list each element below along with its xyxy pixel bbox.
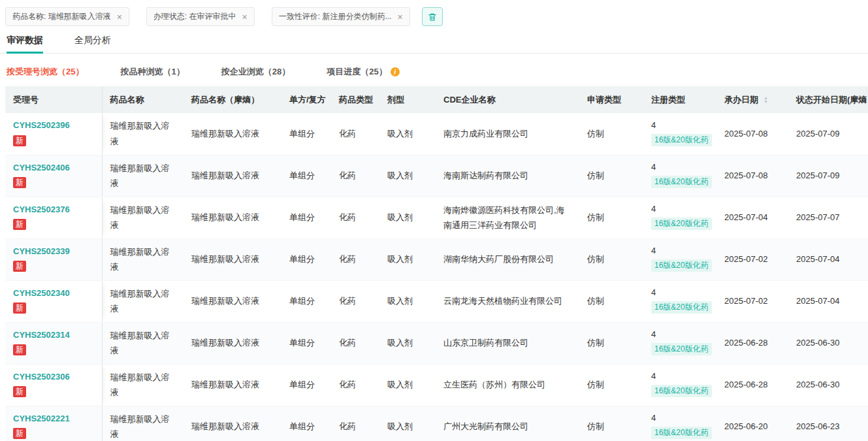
drug-type-cell: 化药 <box>331 322 379 364</box>
column-header: 药品类型 <box>331 86 379 113</box>
apply-type-cell: 仿制 <box>579 238 643 280</box>
clear-filters-button[interactable] <box>422 7 443 26</box>
mono-compound-cell: 单组分 <box>281 364 331 406</box>
apply-type-cell: 仿制 <box>579 364 643 406</box>
drug-name-cell: 瑞维那新吸入溶液 <box>102 364 184 406</box>
dosage-form-cell: 吸入剂 <box>379 197 436 238</box>
column-header-label: 药品名称（摩熵） <box>191 95 259 105</box>
dosage-form-cell: 吸入剂 <box>379 364 436 406</box>
acceptance-no-link[interactable]: CYHS2502314 <box>13 329 94 341</box>
reg-type-cell: 416版&20版化药 <box>643 280 716 322</box>
apply-type-cell: 仿制 <box>579 197 643 238</box>
company-cell: 湖南华纳大药厂股份有限公司 <box>436 238 579 280</box>
acceptance-no-link[interactable]: CYHS2502221 <box>13 413 94 425</box>
column-header: 状态开始日期(摩熵 <box>788 86 868 113</box>
column-header: 剂型 <box>379 86 436 113</box>
column-header[interactable]: 承办日期▲▼ <box>716 86 788 113</box>
drug-name-cell: 瑞维那新吸入溶液 <box>102 280 184 322</box>
column-header: 药品名称（摩熵） <box>184 86 281 113</box>
company-cell: 海南斯达制药有限公司 <box>436 155 579 197</box>
apply-type-cell: 仿制 <box>579 155 643 197</box>
drug-type-cell: 化药 <box>331 155 379 197</box>
drug-name-cell: 瑞维那新吸入溶液 <box>102 238 184 280</box>
reg-type-badge: 16版&20版化药 <box>651 176 712 188</box>
apply-type-cell: 仿制 <box>579 406 643 441</box>
column-header: 申请类型 <box>579 86 643 113</box>
dosage-form-cell: 吸入剂 <box>379 113 436 155</box>
mono-compound-cell: 单组分 <box>281 322 331 364</box>
mono-compound-cell: 单组分 <box>281 113 331 155</box>
reg-type-badge: 16版&20版化药 <box>651 259 712 272</box>
status-start-date-cell: 2025-07-04 <box>788 238 868 280</box>
browse-tab-variety[interactable]: 按品种浏览（1） <box>120 66 184 78</box>
company-cell: 立生医药（苏州）有限公司 <box>436 364 579 406</box>
tab-global-analysis[interactable]: 全局分析 <box>74 31 111 53</box>
new-badge: 新 <box>13 135 26 147</box>
column-header-label: 申请类型 <box>587 95 621 105</box>
reg-type-badge: 16版&20版化药 <box>651 301 712 314</box>
accept-date-cell: 2025-07-08 <box>716 155 788 197</box>
sort-icon[interactable]: ▲▼ <box>764 96 768 104</box>
acceptance-no-link[interactable]: CYHS2502340 <box>13 287 94 299</box>
new-badge: 新 <box>13 428 26 440</box>
close-icon[interactable]: × <box>397 12 402 22</box>
reg-type-cell: 416版&20版化药 <box>643 364 716 406</box>
company-cell: 广州大光制药有限公司 <box>436 406 579 441</box>
browse-tab-acceptance-no[interactable]: 按受理号浏览（25） <box>7 66 84 78</box>
acceptance-no-link[interactable]: CYHS2502396 <box>13 120 94 131</box>
close-icon[interactable]: × <box>242 12 248 22</box>
apply-type-cell: 仿制 <box>579 113 643 155</box>
drug-name-cell: 瑞维那新吸入溶液 <box>102 155 184 197</box>
acceptance-no-link[interactable]: CYHS2502376 <box>13 204 94 216</box>
browse-tab-label: 按受理号浏览（25） <box>7 66 84 78</box>
column-header: CDE企业名称 <box>436 86 579 113</box>
column-header-label: 药品类型 <box>339 95 373 105</box>
accept-date-cell: 2025-06-28 <box>716 364 788 406</box>
review-table: 受理号药品名称药品名称（摩熵）单方/复方药品类型剂型CDE企业名称申请类型注册类… <box>5 86 868 441</box>
drug-type-cell: 化药 <box>331 113 379 155</box>
acceptance-no-link[interactable]: CYHS2502339 <box>13 246 94 257</box>
table-body: CYHS2502396新瑞维那新吸入溶液瑞维那新吸入溶液单组分化药吸入剂南京力成… <box>5 113 868 441</box>
filter-tag-label: 药品名称: 瑞维那新吸入溶液 <box>12 11 111 22</box>
company-cell: 山东京卫制药有限公司 <box>436 322 579 364</box>
tab-review-data[interactable]: 审评数据 <box>7 31 43 53</box>
browse-tab-project-progress[interactable]: 项目进度（25） i <box>327 66 399 78</box>
dosage-form-cell: 吸入剂 <box>379 155 436 197</box>
accept-date-cell: 2025-06-20 <box>716 406 788 441</box>
reg-type-badge: 16版&20版化药 <box>651 218 712 230</box>
mono-compound-cell: 单组分 <box>281 238 331 280</box>
column-header-label: 受理号 <box>13 95 39 105</box>
drug-name-moxiang-cell: 瑞维那新吸入溶液 <box>184 406 281 441</box>
acceptance-cell: CYHS2502314新 <box>5 322 102 364</box>
reg-type-badge: 16版&20版化药 <box>651 134 712 146</box>
acceptance-no-link[interactable]: CYHS2502406 <box>13 162 94 174</box>
dosage-form-cell: 吸入剂 <box>379 406 436 441</box>
accept-date-cell: 2025-07-02 <box>716 238 788 280</box>
drug-name-moxiang-cell: 瑞维那新吸入溶液 <box>184 364 281 406</box>
new-badge: 新 <box>13 386 26 398</box>
drug-type-cell: 化药 <box>331 280 379 322</box>
browse-tab-label: 按品种浏览（1） <box>120 66 184 78</box>
company-cell: 南京力成药业有限公司 <box>436 113 579 155</box>
browse-tab-bar: 按受理号浏览（25） 按品种浏览（1） 按企业浏览（28） 项目进度（25） i <box>0 54 868 86</box>
column-header-label: 状态开始日期(摩熵 <box>796 95 867 105</box>
table-row: CYHS2502406新瑞维那新吸入溶液瑞维那新吸入溶液单组分化药吸入剂海南斯达… <box>5 155 868 197</box>
drug-name-moxiang-cell: 瑞维那新吸入溶液 <box>184 280 281 322</box>
reg-type-badge: 16版&20版化药 <box>651 427 712 439</box>
browse-tab-company[interactable]: 按企业浏览（28） <box>221 66 290 78</box>
acceptance-no-link[interactable]: CYHS2502306 <box>13 371 94 383</box>
info-icon[interactable]: i <box>391 67 400 76</box>
column-header-label: 注册类型 <box>651 95 685 105</box>
column-header-label: CDE企业名称 <box>443 95 495 105</box>
accept-date-cell: 2025-07-02 <box>716 280 788 322</box>
acceptance-cell: CYHS2502339新 <box>5 238 102 280</box>
accept-date-cell: 2025-07-04 <box>716 197 788 238</box>
close-icon[interactable]: × <box>117 12 122 22</box>
reg-type-number: 4 <box>651 246 709 257</box>
reg-type-number: 4 <box>651 120 709 131</box>
reg-type-badge: 16版&20版化药 <box>651 343 712 355</box>
accept-date-cell: 2025-06-28 <box>716 322 788 364</box>
acceptance-cell: CYHS2502221新 <box>5 406 102 441</box>
table-row: CYHS2502340新瑞维那新吸入溶液瑞维那新吸入溶液单组分化药吸入剂云南龙海… <box>5 280 868 322</box>
drug-type-cell: 化药 <box>331 406 379 441</box>
